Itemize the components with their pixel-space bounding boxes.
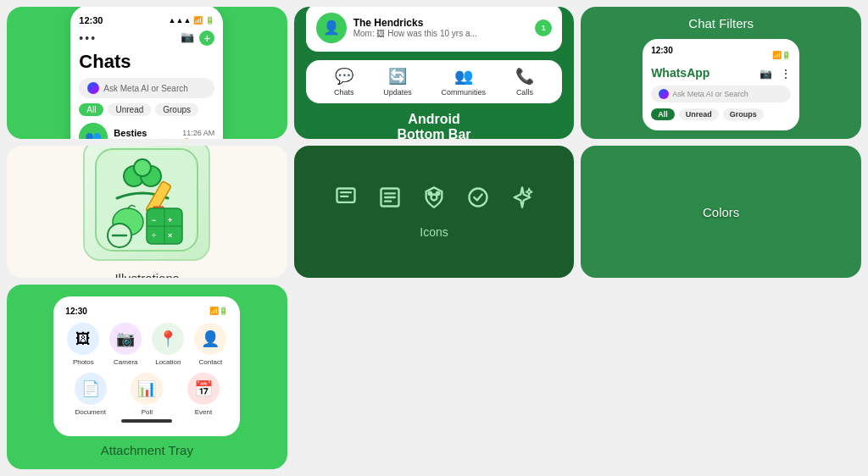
meta-ai-icon — [87, 82, 99, 94]
nav-communities[interactable]: 👥 Communities — [442, 67, 487, 97]
poll-icon: 📊 — [131, 373, 163, 405]
fp-filter-chips: All Unread Groups — [651, 108, 791, 120]
icons-row — [334, 185, 534, 215]
android-bottom-nav: 💬 Chats 🔄 Updates 👥 Communities 📞 Calls — [306, 60, 563, 103]
fp-search-bar[interactable]: Ask Meta AI or Search — [651, 86, 791, 102]
colors-card: Colors — [581, 146, 861, 278]
notif-msg: Mom: 🖼 How was this 10 yrs a... — [353, 29, 529, 38]
illustration-image: − + ÷ × — [83, 146, 210, 261]
battery-icon: 🔋 — [205, 16, 214, 25]
chat-avatar: 👥 — [79, 123, 108, 139]
illustration-svg: − + ÷ × — [87, 146, 206, 259]
fp-filter-groups[interactable]: Groups — [723, 108, 764, 120]
icons-label: Icons — [420, 225, 448, 239]
fp-time: 12:30 — [651, 46, 673, 61]
nav-chats[interactable]: 💬 Chats — [334, 67, 354, 97]
icons-card: Icons — [294, 146, 575, 278]
attachment-row-1: 🖼 Photos 📷 Camera 📍 Location 👤 Contact — [65, 323, 228, 366]
chats-nav-label: Chats — [334, 88, 354, 97]
location-label: Location — [155, 358, 181, 366]
ios-card: iOS Top Bar 12:30 ▲▲▲ 📶 🔋 ••• 📷 + Chats — [7, 7, 287, 139]
fp-filter-unread[interactable]: Unread — [679, 108, 719, 120]
fp-camera-icon[interactable]: 📷 — [760, 68, 772, 80]
photos-icon: 🖼 — [67, 323, 99, 355]
attach-poll[interactable]: 📊 Poll — [131, 373, 163, 416]
fp-search-text: Ask Meta AI or Search — [672, 90, 748, 98]
fp-action-icons: 📷 ⋮ — [754, 65, 791, 80]
filters-phone-mockup: 12:30 📶🔋 WhatsApp 📷 ⋮ Ask Meta AI or Sea… — [643, 39, 799, 130]
fp-menu-icon[interactable]: ⋮ — [781, 68, 791, 80]
document-icon: 📄 — [75, 373, 107, 405]
nav-calls[interactable]: 📞 Calls — [515, 67, 534, 97]
chats-header: ••• 📷 + — [79, 30, 214, 46]
svg-text:×: × — [168, 231, 172, 240]
chat-list-item[interactable]: 👥 Besties 11:26 AM Sarah: For tn: 🌮or 🍕? — [79, 123, 214, 139]
fp-status-icons: 📶🔋 — [772, 46, 791, 61]
menu-dots[interactable]: ••• — [79, 31, 97, 45]
filters-card: Chat Filters 12:30 📶🔋 WhatsApp 📷 ⋮ Ask M… — [581, 7, 861, 139]
phone-status-bar: 12:30 ▲▲▲ 📶 🔋 — [79, 15, 214, 25]
attach-event[interactable]: 📅 Event — [187, 373, 220, 416]
location-icon: 📍 — [152, 323, 184, 355]
svg-text:−: − — [152, 216, 156, 224]
filter-groups[interactable]: Groups — [155, 103, 198, 116]
poll-label: Poll — [142, 408, 153, 416]
filter-all[interactable]: All — [79, 103, 103, 116]
calls-nav-icon: 📞 — [515, 67, 534, 86]
contact-label: Contact — [199, 358, 223, 366]
compose-icon[interactable]: + — [199, 30, 214, 46]
attach-photos[interactable]: 🖼 Photos — [65, 323, 101, 366]
camera-attach-icon: 📷 — [109, 323, 142, 355]
communities-nav-label: Communities — [442, 88, 487, 97]
nav-updates[interactable]: 🔄 Updates — [383, 67, 412, 97]
phone-status-icons: ▲▲▲ 📶 🔋 — [169, 16, 215, 25]
svg-text:÷: ÷ — [152, 231, 156, 240]
event-label: Event — [195, 408, 212, 416]
attach-camera[interactable]: 📷 Camera — [108, 323, 143, 366]
calls-nav-label: Calls — [516, 88, 533, 97]
fp-app-header: WhatsApp 📷 ⋮ — [651, 65, 791, 80]
contact-icon: 👤 — [194, 323, 226, 355]
updates-nav-icon: 🔄 — [388, 67, 407, 86]
svg-point-26 — [469, 188, 487, 206]
document-label: Document — [75, 408, 105, 416]
header-action-icons: 📷 + — [181, 30, 214, 46]
attach-contact[interactable]: 👤 Contact — [192, 323, 228, 366]
notif-name: The Hendricks — [353, 17, 529, 29]
home-bar — [121, 419, 172, 423]
svg-point-23 — [431, 194, 437, 200]
attach-location[interactable]: 📍 Location — [150, 323, 186, 366]
main-grid: iOS Top Bar 12:30 ▲▲▲ 📶 🔋 ••• 📷 + Chats — [0, 0, 868, 476]
event-icon: 📅 — [187, 373, 220, 405]
attach-status-icons: 📶🔋 — [209, 307, 228, 316]
attach-document[interactable]: 📄 Document — [75, 373, 107, 416]
chats-heading: Chats — [79, 51, 214, 73]
fp-app-name: WhatsApp — [651, 66, 709, 80]
notif-count: 1 — [542, 24, 546, 32]
communities-nav-icon: 👥 — [454, 67, 473, 86]
camera-icon[interactable]: 📷 — [181, 30, 194, 46]
fp-filter-all[interactable]: All — [651, 108, 675, 120]
chat-info: Besties 11:26 AM Sarah: For tn: 🌮or 🍕? — [114, 128, 214, 139]
filters-title: Chat Filters — [688, 16, 754, 30]
attachment-label: Attachment Tray — [101, 443, 193, 457]
fp-meta-icon — [659, 89, 669, 99]
filter-unread[interactable]: Unread — [108, 103, 151, 116]
svg-point-24 — [429, 191, 432, 195]
notif-text: The Hendricks Mom: 🖼 How was this 10 yrs… — [353, 17, 529, 38]
fp-wifi-icon: 📶🔋 — [772, 51, 791, 59]
attach-time: 12:30 — [65, 307, 87, 316]
android-card: 👤 The Hendricks Mom: 🖼 How was this 10 y… — [294, 7, 575, 139]
signal-icon: ▲▲▲ — [169, 16, 192, 25]
illustrations-label: Illustrations — [114, 271, 179, 279]
chat-name-row: Besties 11:26 AM — [114, 128, 214, 138]
chat-name: Besties — [114, 128, 147, 138]
colors-label: Colors — [703, 205, 739, 219]
android-notification: 👤 The Hendricks Mom: 🖼 How was this 10 y… — [306, 7, 563, 52]
filter-chips-row: All Unread Groups — [79, 103, 214, 116]
attach-status-bar: 12:30 📶🔋 — [65, 307, 228, 316]
search-placeholder-text: Ask Meta AI or Search — [103, 84, 188, 93]
svg-rect-16 — [337, 188, 354, 202]
svg-point-3 — [134, 159, 151, 176]
search-bar[interactable]: Ask Meta AI or Search — [79, 78, 214, 98]
